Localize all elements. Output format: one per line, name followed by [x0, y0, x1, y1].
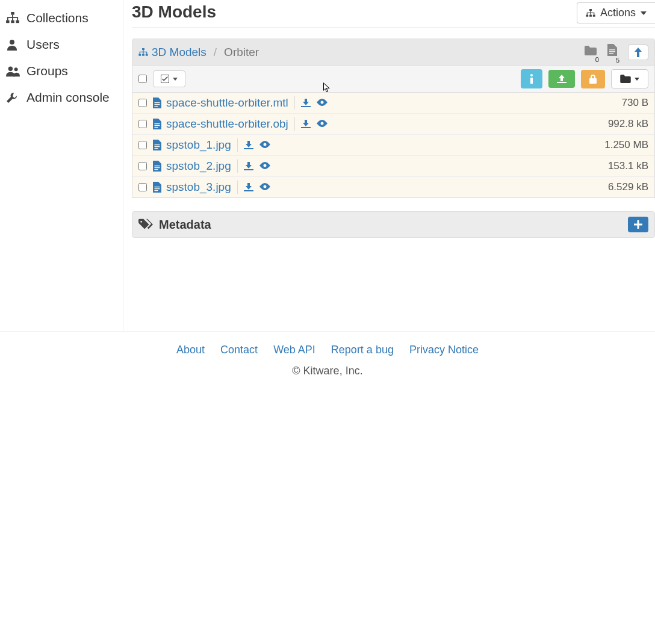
actions-label: Actions — [600, 7, 636, 19]
view-button[interactable] — [259, 141, 270, 149]
file-checkbox[interactable] — [138, 141, 147, 149]
actions-dropdown-button[interactable]: Actions — [577, 2, 655, 23]
download-button[interactable] — [301, 120, 311, 128]
footer-link[interactable]: Web API — [273, 344, 315, 356]
footer-link[interactable]: Report a bug — [331, 344, 394, 356]
svg-point-32 — [320, 122, 323, 125]
caret-down-icon — [635, 78, 639, 81]
svg-rect-15 — [609, 49, 615, 51]
checked-actions-dropdown[interactable] — [153, 70, 185, 87]
view-button[interactable] — [259, 162, 270, 170]
svg-rect-45 — [155, 190, 158, 191]
go-up-button[interactable] — [628, 45, 648, 60]
download-button[interactable] — [244, 162, 253, 170]
footer-link[interactable]: Privacy Notice — [409, 344, 479, 356]
svg-rect-43 — [155, 187, 160, 187]
view-button[interactable] — [317, 99, 328, 107]
svg-rect-0 — [11, 12, 14, 15]
file-checkbox[interactable] — [138, 183, 147, 191]
sitemap-icon — [138, 48, 148, 57]
download-button[interactable] — [244, 183, 253, 191]
svg-rect-14 — [146, 54, 148, 55]
file-size: 153.1 kB — [608, 160, 648, 172]
svg-rect-25 — [155, 106, 158, 107]
svg-rect-9 — [589, 14, 592, 16]
svg-rect-28 — [155, 123, 160, 124]
breadcrumb-root-link[interactable]: 3D Models — [152, 46, 206, 59]
file-name: space-shuttle-orbiter.mtl — [166, 96, 288, 110]
file-row: spstob_3.jpg6.529 kB — [132, 176, 654, 197]
page-title: 3D Models — [132, 2, 216, 22]
eye-icon — [259, 162, 270, 169]
svg-point-5 — [8, 67, 13, 71]
download-icon — [244, 141, 253, 149]
svg-rect-38 — [155, 166, 160, 166]
file-size: 992.8 kB — [608, 118, 648, 130]
sidebar-item-label: Admin console — [26, 90, 110, 105]
sidebar-item-collections[interactable]: Collections — [4, 5, 119, 31]
add-metadata-button[interactable] — [628, 217, 648, 232]
file-link[interactable]: space-shuttle-orbiter.mtl — [153, 96, 295, 110]
svg-rect-7 — [589, 9, 592, 11]
svg-point-47 — [263, 185, 266, 188]
svg-point-48 — [140, 221, 142, 223]
footer-link[interactable]: About — [176, 344, 205, 356]
file-icon — [153, 161, 161, 172]
footer-link[interactable]: Contact — [220, 344, 258, 356]
file-row: spstob_1.jpg1.250 MB — [132, 134, 654, 155]
svg-rect-22 — [589, 78, 597, 84]
svg-rect-20 — [530, 78, 533, 84]
view-button[interactable] — [317, 120, 328, 128]
download-button[interactable] — [301, 99, 311, 107]
sidebar-item-users[interactable]: Users — [4, 31, 119, 58]
header: 3D Models Actions — [132, 2, 655, 28]
sidebar-item-admin-console[interactable]: Admin console — [4, 84, 119, 111]
file-checkbox[interactable] — [138, 120, 147, 128]
download-icon — [244, 183, 253, 191]
upload-button[interactable] — [548, 70, 575, 88]
file-checkbox[interactable] — [138, 99, 147, 107]
eye-icon — [317, 120, 328, 127]
metadata-label: Metadata — [159, 218, 211, 232]
file-row: spstob_2.jpg153.1 kB — [132, 155, 654, 176]
svg-rect-40 — [155, 169, 158, 170]
file-link[interactable]: spstob_3.jpg — [153, 181, 238, 194]
download-icon — [301, 99, 311, 107]
svg-rect-35 — [155, 148, 158, 149]
info-button[interactable] — [521, 69, 542, 88]
svg-rect-33 — [155, 144, 160, 145]
select-all-checkbox[interactable] — [138, 75, 147, 83]
user-icon — [6, 39, 20, 51]
svg-rect-10 — [593, 14, 595, 16]
svg-rect-23 — [155, 102, 160, 103]
download-button[interactable] — [244, 141, 253, 149]
wrench-icon — [6, 91, 20, 104]
tags-icon — [138, 218, 153, 231]
svg-point-4 — [10, 40, 14, 45]
file-icon — [153, 140, 161, 150]
sitemap-icon — [586, 9, 595, 17]
svg-rect-17 — [609, 53, 613, 54]
sidebar-item-label: Groups — [26, 64, 68, 78]
svg-point-6 — [14, 67, 18, 71]
svg-rect-44 — [155, 188, 160, 189]
lock-button[interactable] — [581, 70, 605, 88]
view-button[interactable] — [259, 183, 270, 191]
breadcrumb-bar: 3D Models / Orbiter 0 5 — [132, 39, 655, 66]
copyright: © Kitware, Inc. — [0, 365, 655, 377]
svg-rect-26 — [301, 106, 311, 107]
file-link[interactable]: space-shuttle-orbiter.obj — [153, 117, 295, 131]
metadata-section: Metadata — [132, 211, 655, 238]
svg-rect-30 — [155, 127, 158, 128]
footer-links: AboutContactWeb APIReport a bugPrivacy N… — [0, 344, 655, 356]
file-link[interactable]: spstob_2.jpg — [153, 159, 238, 173]
caret-down-icon — [641, 11, 647, 15]
file-link[interactable]: spstob_1.jpg — [153, 138, 238, 152]
svg-rect-41 — [244, 169, 253, 170]
file-checkbox[interactable] — [138, 162, 147, 170]
folder-dropdown-button[interactable] — [611, 69, 648, 88]
svg-point-42 — [263, 164, 266, 167]
folder-count: 0 — [585, 45, 600, 60]
svg-rect-1 — [6, 20, 9, 23]
sidebar-item-groups[interactable]: Groups — [4, 58, 119, 84]
